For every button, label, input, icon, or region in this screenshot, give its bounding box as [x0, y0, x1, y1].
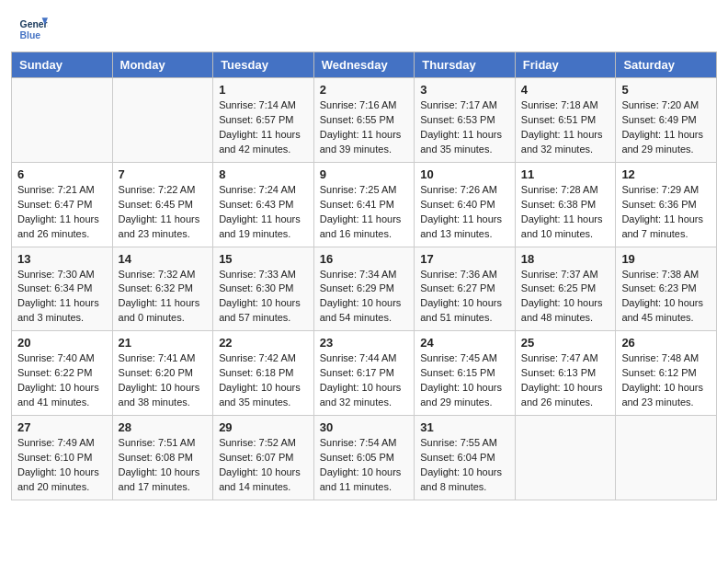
- day-number: 7: [119, 167, 208, 181]
- day-of-week-header: Monday: [112, 52, 213, 78]
- day-number: 13: [17, 252, 107, 266]
- day-info: Sunrise: 7:44 AMSunset: 6:17 PMDaylight:…: [320, 351, 409, 410]
- day-number: 2: [320, 83, 409, 97]
- day-info: Sunrise: 7:30 AMSunset: 6:34 PMDaylight:…: [17, 268, 107, 327]
- calendar-day-cell: 29Sunrise: 7:52 AMSunset: 6:07 PMDayligh…: [213, 416, 314, 500]
- day-number: 18: [521, 252, 610, 266]
- day-info: Sunrise: 7:22 AMSunset: 6:45 PMDaylight:…: [119, 183, 208, 242]
- day-number: 17: [420, 252, 509, 266]
- day-info: Sunrise: 7:37 AMSunset: 6:25 PMDaylight:…: [521, 268, 610, 327]
- day-info: Sunrise: 7:18 AMSunset: 6:51 PMDaylight:…: [521, 98, 610, 157]
- day-number: 23: [320, 336, 409, 350]
- page-header: General Blue: [0, 0, 728, 52]
- calendar-day-cell: 30Sunrise: 7:54 AMSunset: 6:05 PMDayligh…: [313, 416, 415, 500]
- calendar-table: SundayMondayTuesdayWednesdayThursdayFrid…: [11, 52, 717, 500]
- day-info: Sunrise: 7:17 AMSunset: 6:53 PMDaylight:…: [420, 98, 509, 157]
- calendar-day-cell: 18Sunrise: 7:37 AMSunset: 6:25 PMDayligh…: [515, 247, 616, 331]
- day-of-week-header: Sunday: [12, 52, 113, 78]
- calendar-day-cell: 1Sunrise: 7:14 AMSunset: 6:57 PMDaylight…: [213, 78, 314, 163]
- calendar-day-cell: 20Sunrise: 7:40 AMSunset: 6:22 PMDayligh…: [12, 331, 113, 416]
- day-info: Sunrise: 7:34 AMSunset: 6:29 PMDaylight:…: [320, 268, 409, 327]
- day-number: 24: [420, 336, 509, 350]
- calendar-day-cell: 6Sunrise: 7:21 AMSunset: 6:47 PMDaylight…: [12, 162, 113, 247]
- day-number: 1: [219, 83, 308, 97]
- day-number: 22: [219, 336, 308, 350]
- day-of-week-header: Thursday: [415, 52, 516, 78]
- day-info: Sunrise: 7:54 AMSunset: 6:05 PMDaylight:…: [320, 436, 409, 495]
- day-number: 10: [420, 167, 509, 181]
- day-info: Sunrise: 7:40 AMSunset: 6:22 PMDaylight:…: [17, 351, 107, 410]
- day-number: 12: [621, 167, 711, 181]
- day-number: 20: [17, 336, 107, 350]
- day-number: 3: [420, 83, 509, 97]
- day-number: 26: [621, 336, 711, 350]
- calendar-day-cell: 13Sunrise: 7:30 AMSunset: 6:34 PMDayligh…: [12, 247, 113, 331]
- day-info: Sunrise: 7:26 AMSunset: 6:40 PMDaylight:…: [420, 183, 509, 242]
- day-info: Sunrise: 7:33 AMSunset: 6:30 PMDaylight:…: [219, 268, 308, 327]
- day-number: 16: [320, 252, 409, 266]
- calendar-day-cell: 19Sunrise: 7:38 AMSunset: 6:23 PMDayligh…: [616, 247, 717, 331]
- day-info: Sunrise: 7:55 AMSunset: 6:04 PMDaylight:…: [420, 436, 509, 495]
- calendar-day-cell: 5Sunrise: 7:20 AMSunset: 6:49 PMDaylight…: [616, 78, 717, 163]
- day-number: 5: [621, 83, 711, 97]
- day-info: Sunrise: 7:41 AMSunset: 6:20 PMDaylight:…: [119, 351, 208, 410]
- calendar-day-cell: 14Sunrise: 7:32 AMSunset: 6:32 PMDayligh…: [112, 247, 213, 331]
- logo-icon: General Blue: [18, 15, 48, 44]
- calendar-day-cell: 22Sunrise: 7:42 AMSunset: 6:18 PMDayligh…: [213, 331, 314, 416]
- calendar-day-cell: 4Sunrise: 7:18 AMSunset: 6:51 PMDaylight…: [515, 78, 616, 163]
- day-info: Sunrise: 7:25 AMSunset: 6:41 PMDaylight:…: [320, 183, 409, 242]
- day-info: Sunrise: 7:47 AMSunset: 6:13 PMDaylight:…: [521, 351, 610, 410]
- day-info: Sunrise: 7:48 AMSunset: 6:12 PMDaylight:…: [621, 351, 711, 410]
- day-number: 11: [521, 167, 610, 181]
- calendar-day-cell: 26Sunrise: 7:48 AMSunset: 6:12 PMDayligh…: [616, 331, 717, 416]
- calendar-day-cell: 27Sunrise: 7:49 AMSunset: 6:10 PMDayligh…: [12, 416, 113, 500]
- calendar-week-row: 13Sunrise: 7:30 AMSunset: 6:34 PMDayligh…: [12, 247, 717, 331]
- calendar-day-cell: 2Sunrise: 7:16 AMSunset: 6:55 PMDaylight…: [313, 78, 415, 163]
- day-number: 8: [219, 167, 308, 181]
- day-of-week-header: Friday: [515, 52, 616, 78]
- calendar-day-cell: 16Sunrise: 7:34 AMSunset: 6:29 PMDayligh…: [313, 247, 415, 331]
- day-info: Sunrise: 7:20 AMSunset: 6:49 PMDaylight:…: [621, 98, 711, 157]
- svg-text:Blue: Blue: [20, 30, 41, 40]
- calendar-day-cell: 3Sunrise: 7:17 AMSunset: 6:53 PMDaylight…: [415, 78, 516, 163]
- calendar-day-cell: [616, 416, 717, 500]
- day-info: Sunrise: 7:42 AMSunset: 6:18 PMDaylight:…: [219, 351, 308, 410]
- day-info: Sunrise: 7:38 AMSunset: 6:23 PMDaylight:…: [621, 268, 711, 327]
- calendar-day-cell: 23Sunrise: 7:44 AMSunset: 6:17 PMDayligh…: [313, 331, 415, 416]
- day-number: 9: [320, 167, 409, 181]
- calendar-week-row: 1Sunrise: 7:14 AMSunset: 6:57 PMDaylight…: [12, 78, 717, 163]
- calendar-day-cell: [112, 78, 213, 163]
- day-number: 15: [219, 252, 308, 266]
- calendar-day-cell: 15Sunrise: 7:33 AMSunset: 6:30 PMDayligh…: [213, 247, 314, 331]
- day-number: 4: [521, 83, 610, 97]
- day-number: 6: [17, 167, 107, 181]
- day-number: 21: [119, 336, 208, 350]
- day-number: 28: [119, 420, 208, 434]
- calendar-week-row: 20Sunrise: 7:40 AMSunset: 6:22 PMDayligh…: [12, 331, 717, 416]
- day-info: Sunrise: 7:16 AMSunset: 6:55 PMDaylight:…: [320, 98, 409, 157]
- calendar-day-cell: 24Sunrise: 7:45 AMSunset: 6:15 PMDayligh…: [415, 331, 516, 416]
- calendar-day-cell: 10Sunrise: 7:26 AMSunset: 6:40 PMDayligh…: [415, 162, 516, 247]
- day-info: Sunrise: 7:52 AMSunset: 6:07 PMDaylight:…: [219, 436, 308, 495]
- day-of-week-header: Wednesday: [313, 52, 415, 78]
- day-info: Sunrise: 7:24 AMSunset: 6:43 PMDaylight:…: [219, 183, 308, 242]
- day-info: Sunrise: 7:49 AMSunset: 6:10 PMDaylight:…: [17, 436, 107, 495]
- calendar-header-row: SundayMondayTuesdayWednesdayThursdayFrid…: [12, 52, 717, 78]
- calendar-day-cell: 17Sunrise: 7:36 AMSunset: 6:27 PMDayligh…: [415, 247, 516, 331]
- calendar-day-cell: 12Sunrise: 7:29 AMSunset: 6:36 PMDayligh…: [616, 162, 717, 247]
- day-info: Sunrise: 7:29 AMSunset: 6:36 PMDaylight:…: [621, 183, 711, 242]
- day-info: Sunrise: 7:51 AMSunset: 6:08 PMDaylight:…: [119, 436, 208, 495]
- calendar-day-cell: [12, 78, 113, 163]
- day-number: 31: [420, 420, 509, 434]
- day-number: 25: [521, 336, 610, 350]
- calendar-day-cell: 31Sunrise: 7:55 AMSunset: 6:04 PMDayligh…: [415, 416, 516, 500]
- day-info: Sunrise: 7:45 AMSunset: 6:15 PMDaylight:…: [420, 351, 509, 410]
- day-of-week-header: Saturday: [616, 52, 717, 78]
- day-number: 27: [17, 420, 107, 434]
- calendar-day-cell: [515, 416, 616, 500]
- day-number: 14: [119, 252, 208, 266]
- calendar-day-cell: 8Sunrise: 7:24 AMSunset: 6:43 PMDaylight…: [213, 162, 314, 247]
- calendar-day-cell: 11Sunrise: 7:28 AMSunset: 6:38 PMDayligh…: [515, 162, 616, 247]
- calendar-wrapper: SundayMondayTuesdayWednesdayThursdayFrid…: [0, 52, 728, 511]
- calendar-day-cell: 25Sunrise: 7:47 AMSunset: 6:13 PMDayligh…: [515, 331, 616, 416]
